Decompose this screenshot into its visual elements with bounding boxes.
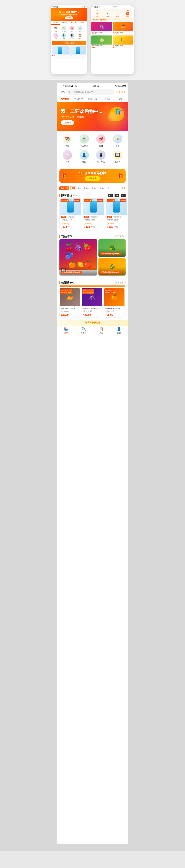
featured-header: 精品推荐 查看更多 > [57,233,128,239]
delivery-tag-2: 除税购买 [84,222,92,225]
featured-view-more[interactable]: 查看更多 > [115,235,125,238]
category-beer[interactable]: 🍺 啤酒 [111,134,124,147]
tab-hot-sales[interactable]: 热销产品 [72,96,86,102]
app-wrapper: ●●● 中国联通 4G 13:13 [0,80,185,851]
hot-product-3-name: 跨季新鲜水果专场 [105,307,123,310]
chevron-down-icon: ▾ [64,91,65,93]
location-text: 北京 [60,91,64,94]
hot-product-3-delivery: 5折·33.21起 [105,310,123,312]
featured-card-large[interactable]: 包邮 新品上市·限时折(前50份) [60,239,98,276]
clothes-icon: 👗 [79,150,89,160]
deal-tag-1212-3: 12·12·5折 [107,199,115,202]
announce-view-more[interactable]: 查看 [121,187,125,190]
featured-card-small-2[interactable]: 🌽 新品上市·限时折(前50份) [99,258,125,276]
categories-section: 📚 书籍 ☕ 手工饮品 🥩 烤肉 [57,131,128,169]
nav-tabs: 精品推荐 热销产品 推荐店铺 千图金融 卡券 [57,96,128,102]
preview-section: 中国联通 4G 13:13 86% 🔋 双十二狂欢购物中... 优惠券提前领 |… [0,0,185,80]
red-packet-main-text: 100现金红包等你拆 [79,171,106,175]
deal-product-2[interactable]: 12·12·5折 买一送一 护肤 珀莱雅京东 珀莱雅京东自营 除税购买 ¥ 12… [82,198,104,229]
hot-product-3-image: 🍊 新品上市 限时5折(前50份) [104,288,124,306]
deal-product-3-image: 12·12·5折 买一送一 [106,198,127,215]
svg-rect-2 [73,85,73,87]
location-button[interactable]: 北京 ▾ [60,91,65,94]
featured-small-1-overlay: 新品上市·限时折(前50份) [99,248,125,257]
profile-icon: 👤 [117,327,121,331]
hot-product-2-name: 跨季新鲜水果专场 [83,307,101,310]
bottom-nav-profile[interactable]: 👤 我的 [110,327,128,334]
mall-icon: 🏪 [64,327,68,331]
deal-product-2-image: 12·12·5折 买一送一 [83,198,104,215]
tab-featured[interactable]: 精品推荐 [58,96,72,102]
deal-tag-1212: 12·12·5折 [61,199,69,202]
hero-cta-button[interactable]: 立刻领取 [61,120,74,125]
bottom-nav: 🏪 商城 🔍 好发现 📋 历史 👤 我的 [57,326,128,336]
network-label: 4G [75,85,77,87]
category-clothes[interactable]: 👗 衣服 [77,150,91,163]
tab-cards[interactable]: 卡券 [113,96,127,102]
phone-preview-left: 中国联通 4G 13:13 86% 🔋 双十二狂欢购物中... 优惠券提前领 |… [51,5,87,74]
deal-product-1[interactable]: 12·12·5折 买一送一 护肤 珀莱雅京东 珀莱雅京东自营 推荐购买 ¥ 12… [60,198,81,229]
phone-preview-right: 中国联通 4G 13:13 86% 一 23 ¥123 二 24 ¥123 三 [91,5,134,74]
hot-product-2-image: 🍇 新品上市 限时5折(前50份) [82,288,102,306]
category-electronics-label: 电子产品 [97,161,105,163]
bottom-nav-discover-label: 好发现 [81,332,86,334]
bottom-nav-discover[interactable]: 🔍 好发现 [75,327,93,334]
tab-finance[interactable]: 千图金融 [99,96,113,102]
category-bbq[interactable]: 🥩 烤肉 [94,134,108,147]
hot-product-2[interactable]: 🍇 新品上市 限时5折(前50份) 跨季新鲜水果专场 5折·33.21起 ¥28… [82,288,103,317]
bbq-icon: 🥩 [96,134,106,144]
status-left: ●●● 中国联通 4G [60,85,77,87]
hot-products-scroll[interactable]: 🥭 新品上市 限时5折(前50份) 跨季新鲜水果专场 5折·33.21起 ¥28… [57,288,128,320]
tab-recommended-stores[interactable]: 推荐店铺 [86,96,99,102]
hot-sales-title: 热销榜·HOT [61,281,76,284]
free-shipping-badge-2: 护肤 [84,216,89,218]
status-right: 86% [115,85,125,87]
red-packet-banner[interactable]: 🎁 🎁 100现金红包等你拆 立即抢占 [60,169,125,183]
bottom-nav-mall-label: 商城 [64,332,68,334]
svg-rect-1 [72,86,73,87]
category-mini-app[interactable]: 🔲 小程序 [111,150,124,163]
featured-section: 精品推荐 查看更多 > 包邮 新品上市·限时折(前50份) 🥦 [57,233,128,278]
featured-grid: 包邮 新品上市·限时折(前50份) 🥦 新品上市·限时折(前50份) 🌽 [57,239,128,278]
red-packet-button[interactable]: 立即抢占 [84,176,101,181]
hero-text: 双十二狂欢购物中... 优惠券提前领 | 限量领取 立刻领取 [61,108,103,125]
featured-title-wrap: 精品推荐 [60,235,72,238]
battery-percent: 86% [118,85,122,87]
hot-product-1-tag: 新品上市 限时5折(前50份) [60,289,72,294]
bottom-nav-history[interactable]: 📋 历史 [92,327,110,334]
status-dots: ●●● [60,85,63,87]
search-placeholder: 小街麻辣香锅 满50减20 [72,91,93,94]
orange-ribbon [60,285,125,286]
categories-row-2: 🥛 订奶 👗 衣服 📱 电子产品 [59,150,126,163]
hot-sales-section: 热销榜·HOT 查看更多 > 🥭 新品上市 限时5折(前50份) [57,279,128,326]
deal-product-3[interactable]: 12·12·5折 买一送一 护肤 珀莱雅京东 珀莱雅京东自营 推荐购买 ¥ 12… [106,198,127,229]
featured-card-small-1[interactable]: 🥦 新品上市·限时折(前50份) [99,239,125,257]
clock-icon: 🕐 [73,194,77,197]
announce-text: 补水护肤补水护肤补水护肤补水护肤！ [78,187,120,190]
category-electronics[interactable]: 📱 电子产品 [94,150,108,163]
limited-deals-title-wrap: 限时特价 🕐 [60,194,77,197]
deal-tag-buy1get1-2: 买一送一 [97,199,103,202]
left-gift-icon: 🎁 [62,173,67,179]
bottom-nav-mall[interactable]: 🏪 商城 [57,327,75,334]
category-milk[interactable]: 🥛 订奶 [61,150,74,163]
right-gift-icon: 🎁 [118,173,123,179]
hot-product-1[interactable]: 🥭 新品上市 限时5折(前50份) 跨季新鲜水果专场 5折·33.21起 ¥28… [60,288,80,317]
category-books[interactable]: 📚 书籍 [61,134,74,147]
featured-large-image [60,239,98,270]
carrier: 中国联通 [64,85,71,87]
search-input-wrap[interactable]: 🔍 小街麻辣香锅 满50减20 [67,89,115,95]
category-drinks[interactable]: ☕ 手工饮品 [77,134,91,147]
login-button[interactable]: 登录/注册 [116,91,125,94]
hero-banner[interactable]: 双十二狂欢购物中... 优惠券提前领 | 限量领取 立刻领取 🛍️ [57,102,128,131]
wifi-icon [115,85,118,87]
preview-categories: 📚 书籍 ☕ 手工饮品 🥩 烤肉 🍺 啤酒 🥛 订奶 👗 衣服 [51,25,87,40]
free-shipping-badge: 护肤 [61,216,66,218]
preview-right-status: 中国联通 4G 13:13 86% [91,5,134,8]
hot-sales-view-more[interactable]: 查看更多 > [115,281,125,284]
limited-deals-header: 限时特价 🕐 02 : 02 : 02 [57,192,128,198]
countdown-wrap: 02 : 02 : 02 [108,194,125,197]
preview-red-packet: 100现金红包等你拆 [52,41,86,45]
limited-deals-scroll[interactable]: 12·12·5折 买一送一 护肤 珀莱雅京东 珀莱雅京东自营 推荐购买 ¥ 12… [57,198,128,231]
hot-product-3[interactable]: 🍊 新品上市 限时5折(前50份) 跨季新鲜水果专场 5折·33.21起 ¥28… [104,288,125,317]
